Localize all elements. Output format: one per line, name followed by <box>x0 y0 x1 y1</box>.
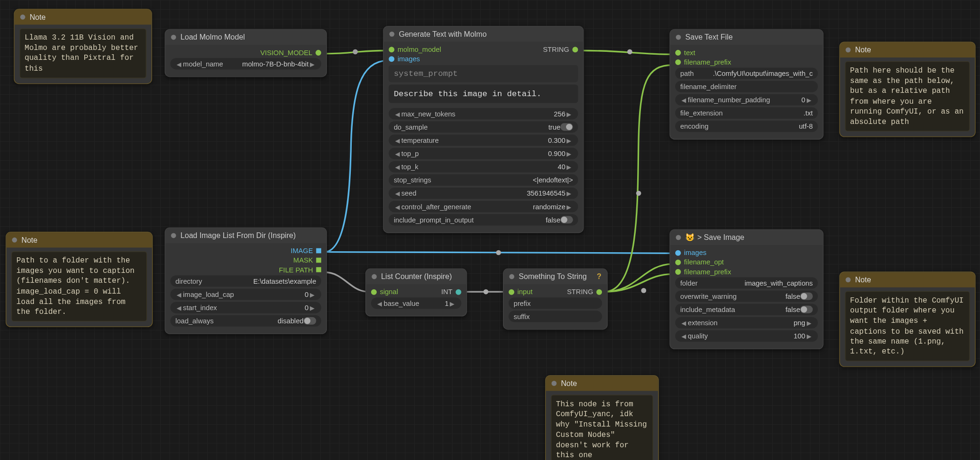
metadata-widget[interactable]: include_metadatafalse <box>675 304 818 315</box>
toggle-icon[interactable] <box>560 216 573 223</box>
note-node[interactable]: Note Path to a folder with the images yo… <box>6 232 153 328</box>
toggle-icon[interactable] <box>800 292 813 300</box>
output-label: FILE PATH <box>279 266 313 273</box>
node-title: Load Molmo Model <box>180 33 245 42</box>
toggle-icon[interactable] <box>560 123 573 131</box>
extension-widget[interactable]: ◀extensionpng▶ <box>675 317 818 329</box>
input-label: filename_opt <box>684 258 724 266</box>
max-tokens-widget[interactable]: ◀max_new_tokens256▶ <box>389 108 578 119</box>
temperature-widget[interactable]: ◀temperature0.300▶ <box>389 134 578 146</box>
node-title: Load Image List From Dir (Inspire) <box>180 231 296 240</box>
note-text: Path to a folder with the images you wan… <box>11 251 147 321</box>
note-text: Llama 3.2 11B Vision and Molmo are proba… <box>20 28 146 78</box>
note-node[interactable]: Note Path here should be the same as the… <box>839 41 975 137</box>
input-label: text <box>684 49 696 56</box>
svg-point-5 <box>641 288 646 293</box>
svg-point-2 <box>483 289 488 295</box>
suffix-widget[interactable]: suffix <box>509 311 602 322</box>
folder-widget[interactable]: folderimages_with_captions <box>675 277 818 288</box>
toggle-icon[interactable] <box>304 317 316 325</box>
load-molmo-node[interactable]: Load Molmo Model VISION_MODEL ◀model_nam… <box>165 29 327 77</box>
save-text-node[interactable]: Save Text File text filename_prefix path… <box>670 29 824 140</box>
node-title: Generate Text with Molmo <box>399 30 486 39</box>
start-widget[interactable]: ◀start_index0▶ <box>170 302 321 313</box>
generate-text-node[interactable]: Generate Text with Molmo molmo_model STR… <box>383 26 583 233</box>
delimiter-widget[interactable]: filename_delimiter <box>675 81 818 92</box>
output-label: VISION_MODEL <box>260 49 313 56</box>
svg-point-0 <box>353 49 358 55</box>
prefix-widget[interactable]: prefix <box>509 297 602 309</box>
note-node[interactable]: Note Folder within the ComfyUI output fo… <box>839 271 975 367</box>
load-image-list-node[interactable]: Load Image List From Dir (Inspire) IMAGE… <box>165 227 327 334</box>
directory-widget[interactable]: directoryE:\datasets\example <box>170 275 321 287</box>
always-widget[interactable]: load_alwaysdisabled <box>170 315 321 327</box>
encoding-widget[interactable]: encodingutf-8 <box>675 121 818 132</box>
node-title: Note <box>22 236 38 245</box>
node-title: Note <box>855 45 871 54</box>
control-after-widget[interactable]: ◀control_after_generaterandomize▶ <box>389 201 578 212</box>
system-prompt-value[interactable]: Describe this image in detail. <box>389 85 578 103</box>
to-string-node[interactable]: Something To String? input STRING prefix… <box>503 269 607 330</box>
output-label: INT <box>441 288 453 296</box>
stop-strings-widget[interactable]: stop_strings<|endoftext|> <box>389 174 578 186</box>
help-icon[interactable]: ? <box>597 272 601 281</box>
save-image-node[interactable]: 😺> Save Image images filename_opt filena… <box>670 229 824 349</box>
node-title: Note <box>30 13 46 22</box>
do-sample-widget[interactable]: do_sampletrue <box>389 121 578 132</box>
svg-point-4 <box>636 191 641 196</box>
path-widget[interactable]: path.\ComfyUI\output\images_with_c <box>675 67 818 79</box>
toggle-icon[interactable] <box>800 306 813 313</box>
input-label: signal <box>380 288 398 296</box>
quality-widget[interactable]: ◀quality100▶ <box>675 330 818 342</box>
svg-point-3 <box>627 49 632 55</box>
node-title: List Counter (Inspire) <box>381 272 452 281</box>
node-title: Note <box>855 275 871 284</box>
include-prompt-widget[interactable]: include_prompt_in_outputfalse <box>389 214 578 225</box>
cap-widget[interactable]: ◀image_load_cap0▶ <box>170 288 321 300</box>
input-label: images <box>684 249 707 256</box>
list-counter-node[interactable]: List Counter (Inspire) signal INT ◀base_… <box>365 269 467 317</box>
input-label: filename_prefix <box>684 268 731 275</box>
top-k-widget[interactable]: ◀top_k40▶ <box>389 161 578 172</box>
note-node[interactable]: Note This node is from ComfyUI_yanc, idk… <box>545 375 659 460</box>
padding-widget[interactable]: ◀filename_number_padding0▶ <box>675 94 818 106</box>
system-prompt-label: system_prompt <box>389 65 578 82</box>
input-label: filename_prefix <box>684 58 731 66</box>
output-label: STRING <box>567 288 593 296</box>
output-label: IMAGE <box>291 247 313 255</box>
note-text: Folder within the ComfyUI output folder … <box>845 291 970 361</box>
node-title: Something To String <box>518 272 587 281</box>
note-text: This node is from ComfyUI_yanc, idk why … <box>551 395 653 460</box>
node-title: Save Text File <box>685 33 733 42</box>
model-name-widget[interactable]: ◀model_namemolmo-7B-D-bnb-4bit▶ <box>170 58 321 69</box>
ext-widget[interactable]: file_extension.txt <box>675 107 818 119</box>
node-title: Note <box>561 379 577 388</box>
input-label: input <box>518 288 533 296</box>
cat-icon: 😺 <box>685 233 695 242</box>
node-title: > Save Image <box>697 233 745 242</box>
top-p-widget[interactable]: ◀top_p0.900▶ <box>389 148 578 159</box>
base-value-widget[interactable]: ◀base_value1▶ <box>371 297 462 309</box>
note-node[interactable]: Note Llama 3.2 11B Vision and Molmo are … <box>14 9 152 84</box>
overwrite-widget[interactable]: overwrite_warningfalse <box>675 290 818 302</box>
seed-widget[interactable]: ◀seed3561946545▶ <box>389 188 578 199</box>
output-label: MASK <box>293 256 313 264</box>
note-text: Path here should be the same as the path… <box>845 61 970 131</box>
arrow-right-icon[interactable]: ▶ <box>308 60 316 67</box>
input-label: molmo_model <box>397 45 441 53</box>
svg-point-1 <box>496 250 501 255</box>
arrow-left-icon[interactable]: ◀ <box>176 60 183 67</box>
output-label: STRING <box>543 45 569 53</box>
input-label: images <box>397 55 420 63</box>
